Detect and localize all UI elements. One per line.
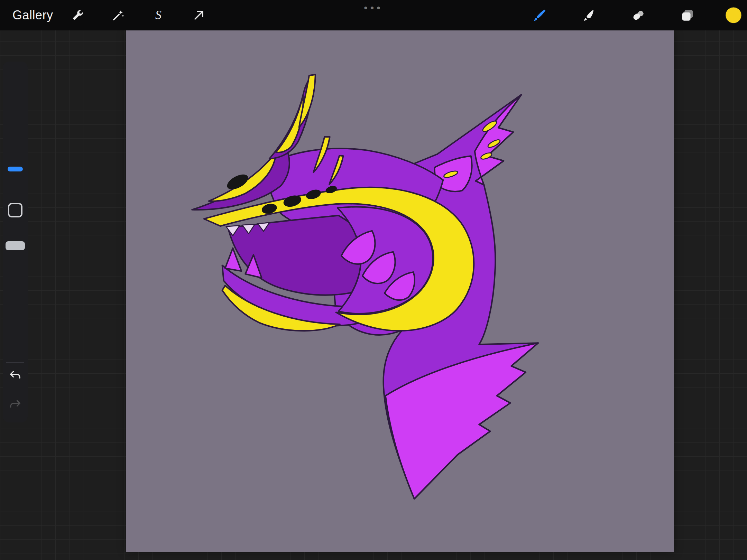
color-button[interactable] <box>722 4 745 26</box>
color-swatch-icon <box>725 6 743 24</box>
opacity-indicator[interactable] <box>6 241 25 250</box>
modify-button[interactable] <box>8 203 22 217</box>
canvas[interactable] <box>126 30 674 552</box>
eraser-tool-button[interactable] <box>627 4 649 26</box>
opacity-slider[interactable] <box>3 227 28 359</box>
sidebar-divider <box>6 362 24 363</box>
undo-button[interactable] <box>8 368 23 383</box>
brush-size-slider[interactable] <box>3 62 28 200</box>
layers-button[interactable] <box>676 4 699 26</box>
undo-arrow-icon <box>8 368 23 383</box>
redo-arrow-icon <box>8 397 23 412</box>
smudge-tool-button[interactable] <box>578 4 600 26</box>
redo-button[interactable] <box>8 397 23 412</box>
side-toolbar <box>3 62 28 422</box>
paint-tool-button[interactable] <box>529 4 551 26</box>
top-toolbar: Gallery S ••• <box>0 0 747 30</box>
layers-icon <box>680 7 695 23</box>
canvas-artwork <box>126 30 674 552</box>
brush-size-indicator[interactable] <box>8 167 23 171</box>
smudge-icon <box>581 7 597 23</box>
eraser-icon <box>630 7 646 23</box>
paintbrush-icon <box>532 7 548 23</box>
